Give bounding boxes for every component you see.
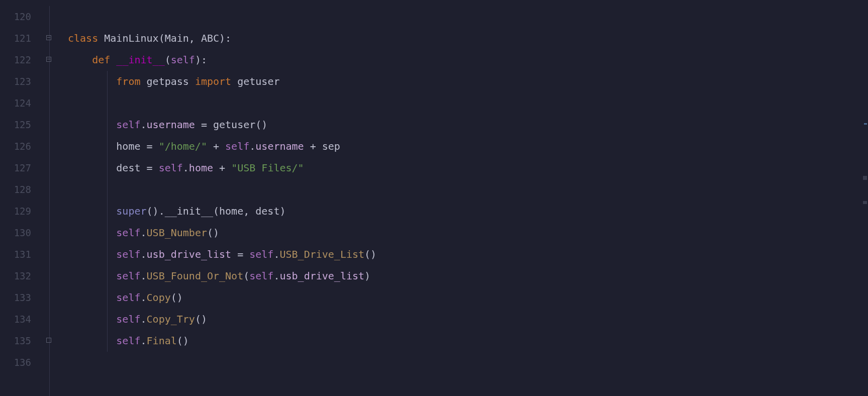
fold-gutter	[45, 0, 68, 396]
indent-guide	[107, 244, 108, 265]
base-classes: (Main, ABC):	[159, 32, 232, 44]
fold-spacer	[45, 6, 68, 28]
code-content[interactable]: class MainLinux(Main, ABC): def __init__…	[68, 0, 868, 396]
line-number[interactable]: 128	[0, 179, 45, 201]
method-call: Final	[147, 335, 177, 347]
method-call: Copy	[147, 291, 171, 304]
fold-spacer	[45, 157, 68, 179]
self-ref: self	[116, 291, 140, 304]
code-line[interactable]: self.Copy_Try()	[68, 309, 868, 330]
line-number[interactable]: 120	[0, 6, 45, 28]
fold-toggle-icon[interactable]	[45, 28, 68, 49]
code-line[interactable]: def __init__(self):	[68, 49, 868, 71]
self-ref: self	[116, 119, 140, 131]
code-line[interactable]: self.Copy()	[68, 287, 868, 309]
self-ref: self	[116, 313, 140, 325]
line-number[interactable]: 135	[0, 330, 45, 352]
string-literal: "USB Files/"	[231, 162, 304, 174]
self-ref: self	[249, 270, 273, 282]
code-line[interactable]	[68, 6, 868, 28]
line-number[interactable]: 121	[0, 28, 45, 49]
indent-guide	[107, 330, 108, 352]
code-line[interactable]: self.Final()	[68, 330, 868, 352]
self-ref: self	[116, 270, 140, 282]
module-name: getpass	[147, 75, 189, 87]
line-number[interactable]: 124	[0, 92, 45, 114]
line-number-gutter[interactable]: 120 121 122 123 124 125 126 127 128 129 …	[0, 0, 45, 396]
minimap-marker	[863, 176, 867, 180]
code-line[interactable]: super().__init__(home, dest)	[68, 201, 868, 222]
indent-guide	[107, 179, 108, 201]
indent-guide	[107, 136, 108, 157]
param-self: self	[171, 54, 195, 66]
line-number[interactable]: 127	[0, 157, 45, 179]
variable: sep	[322, 140, 340, 152]
line-number[interactable]: 129	[0, 201, 45, 222]
builtin-super: super	[116, 205, 146, 217]
function-call: getuser	[213, 119, 255, 131]
minimap-marker	[864, 123, 867, 125]
import-name: getuser	[237, 75, 279, 87]
method-call: USB_Drive_List	[279, 248, 364, 260]
line-number[interactable]: 133	[0, 287, 45, 309]
line-number[interactable]: 130	[0, 222, 45, 244]
line-number[interactable]: 134	[0, 309, 45, 330]
method-call: Copy_Try	[147, 313, 195, 325]
keyword-from: from	[116, 75, 140, 87]
method-name: __init__	[116, 54, 164, 66]
line-number[interactable]: 136	[0, 352, 45, 373]
indent-guide	[107, 114, 108, 136]
code-line[interactable]: self.USB_Found_Or_Not(self.usb_drive_lis…	[68, 265, 868, 287]
keyword-def: def	[92, 54, 110, 66]
code-line[interactable]	[68, 92, 868, 114]
code-line[interactable]: dest = self.home + "USB Files/"	[68, 157, 868, 179]
indent-guide	[107, 222, 108, 244]
dunder-call: __init__	[165, 205, 213, 217]
variable: home	[116, 140, 140, 152]
line-number[interactable]: 132	[0, 265, 45, 287]
attribute: home	[189, 162, 213, 174]
line-number[interactable]: 123	[0, 71, 45, 92]
code-line[interactable]: home = "/home/" + self.username + sep	[68, 136, 868, 157]
string-literal: "/home/"	[159, 140, 207, 152]
line-number[interactable]: 126	[0, 136, 45, 157]
line-number[interactable]: 122	[0, 49, 45, 71]
fold-spacer	[45, 222, 68, 244]
fold-spacer	[45, 136, 68, 157]
fold-spacer	[45, 179, 68, 201]
code-line[interactable]: self.username = getuser()	[68, 114, 868, 136]
fold-spacer	[45, 114, 68, 136]
fold-toggle-icon[interactable]	[45, 49, 68, 71]
keyword-class: class	[68, 32, 98, 44]
indent-guide	[107, 265, 108, 287]
code-line[interactable]: self.USB_Number()	[68, 222, 868, 244]
fold-spacer	[45, 71, 68, 92]
code-editor: 120 121 122 123 124 125 126 127 128 129 …	[0, 0, 868, 396]
minimap-scrollbar[interactable]	[861, 0, 868, 396]
fold-spacer	[45, 309, 68, 330]
variable: dest	[116, 162, 140, 174]
class-name: MainLinux	[104, 32, 158, 44]
self-ref: self	[159, 162, 183, 174]
fold-spacer	[45, 92, 68, 114]
method-call: USB_Found_Or_Not	[147, 270, 244, 282]
indent-guide	[107, 92, 108, 114]
fold-spacer	[45, 244, 68, 265]
indent-guide	[107, 157, 108, 179]
code-line[interactable]: from getpass import getuser	[68, 71, 868, 92]
fold-end-icon[interactable]	[45, 330, 68, 352]
attribute: username	[255, 140, 304, 152]
line-number[interactable]: 125	[0, 114, 45, 136]
code-line[interactable]	[68, 179, 868, 201]
indent-guide	[107, 287, 108, 309]
code-line[interactable]: class MainLinux(Main, ABC):	[68, 28, 868, 49]
indent-guide	[107, 71, 108, 92]
line-number[interactable]: 131	[0, 244, 45, 265]
method-call: USB_Number	[147, 227, 207, 239]
self-ref: self	[116, 335, 140, 347]
code-line[interactable]: self.usb_drive_list = self.USB_Drive_Lis…	[68, 244, 868, 265]
self-ref: self	[225, 140, 249, 152]
minimap-marker	[863, 201, 867, 204]
paren: ):	[195, 54, 207, 66]
code-line[interactable]	[68, 352, 868, 373]
